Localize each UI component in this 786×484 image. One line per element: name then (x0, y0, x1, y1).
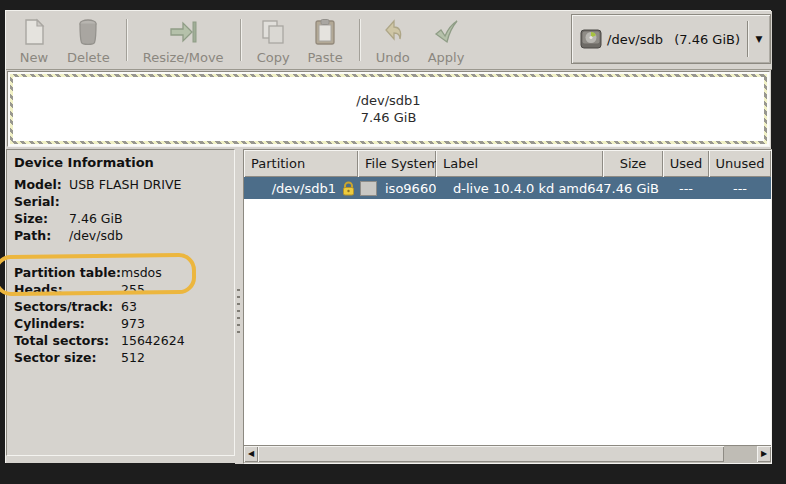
info-value: 15642624 (121, 332, 185, 349)
delete-button[interactable]: Delete (58, 13, 119, 67)
info-label: Size: (14, 210, 69, 227)
label-cell: d-live 10.4.0 kd amd64 (436, 177, 603, 199)
copy-button[interactable]: Copy (248, 13, 299, 67)
info-label: Sectors/track: (14, 298, 121, 315)
scrollbar-trough[interactable] (724, 446, 757, 463)
toolbar-separator (240, 19, 241, 61)
undo-icon (378, 17, 408, 47)
lock-cell (336, 177, 358, 199)
resize-move-icon (168, 17, 198, 47)
info-row-sector-size: Sector size: 512 (14, 349, 185, 366)
undo-button[interactable]: Undo (367, 13, 419, 67)
undo-button-label: Undo (376, 50, 410, 65)
info-value: msdos (121, 264, 162, 281)
info-value: /dev/sdb (69, 227, 123, 244)
scrollbar-thumb[interactable] (258, 446, 724, 462)
paste-icon (310, 17, 340, 47)
used-cell: --- (663, 177, 709, 199)
toolbar: New Delete Resize/Move Copy (6, 11, 772, 70)
partition-table-header: Partition File System Label Size Used Un… (244, 150, 771, 177)
column-header-label[interactable]: Label (436, 150, 603, 177)
info-row-sectors-track: Sectors/track: 63 (14, 298, 185, 315)
paste-button[interactable]: Paste (299, 13, 352, 67)
filesystem-name: iso9660 (385, 181, 436, 196)
info-value: 7.46 GiB (69, 210, 123, 227)
toolbar-separator (359, 19, 360, 61)
partition-list-panel: Partition File System Label Size Used Un… (243, 149, 772, 464)
info-label: Path: (14, 227, 69, 244)
info-value: USB FLASH DRIVE (69, 176, 181, 193)
new-button-label: New (20, 50, 48, 65)
info-label: Partition table: (14, 264, 121, 281)
unused-cell: --- (709, 177, 771, 199)
apply-icon (431, 17, 461, 47)
new-partition-icon (19, 17, 49, 47)
info-label: Cylinders: (14, 315, 121, 332)
delete-button-label: Delete (67, 50, 110, 65)
info-value: 63 (121, 298, 137, 315)
info-row-serial: Serial: (14, 193, 181, 210)
info-row-heads: Heads: 255 (14, 281, 185, 298)
hard-drive-icon (580, 29, 602, 49)
partition-rect-sdb1[interactable]: /dev/sdb1 7.46 GiB (10, 74, 767, 144)
chevron-down-icon[interactable]: ▼ (748, 34, 770, 44)
info-value: 512 (121, 349, 145, 366)
partition-rect-size: 7.46 GiB (361, 109, 417, 126)
filesystem-color-swatch (360, 181, 377, 196)
pane-splitter[interactable] (235, 149, 243, 464)
info-row-path: Path: /dev/sdb (14, 227, 181, 244)
selected-device: /dev/sdb (607, 32, 663, 47)
info-value: 255 (121, 281, 145, 298)
apply-button-label: Apply (428, 50, 465, 65)
info-row-size: Size: 7.46 GiB (14, 210, 181, 227)
info-row-total-sectors: Total sectors: 15642624 (14, 332, 185, 349)
info-label: Model: (14, 176, 69, 193)
info-label: Sector size: (14, 349, 121, 366)
info-row-model: Model: USB FLASH DRIVE (14, 176, 181, 193)
filesystem-cell: iso9660 (358, 177, 436, 199)
resize-move-button-label: Resize/Move (143, 50, 224, 65)
column-header-unused[interactable]: Unused (709, 150, 771, 177)
device-info-bottom-group: Partition table: msdos Heads: 255 Sector… (14, 264, 185, 366)
info-label: Serial: (14, 193, 69, 210)
splitter-grip-icon (237, 289, 240, 335)
copy-button-label: Copy (257, 50, 290, 65)
device-info-top-group: Model: USB FLASH DRIVE Serial: Size: 7.4… (14, 176, 181, 244)
partition-rect-name: /dev/sdb1 (356, 92, 420, 109)
copy-icon (258, 17, 288, 47)
column-header-size[interactable]: Size (603, 150, 663, 177)
partition-row-sdb1[interactable]: /dev/sdb1 iso9660 d-live 10.4.0 kd amd64… (244, 177, 771, 199)
info-value: 973 (121, 315, 145, 332)
selected-device-size: (7.46 GiB) (674, 32, 747, 47)
delete-icon (73, 17, 103, 47)
partition-name-cell: /dev/sdb1 (244, 177, 336, 199)
scroll-left-icon[interactable]: ◀ (244, 446, 258, 462)
lock-icon (341, 181, 356, 196)
partition-display: /dev/sdb1 7.46 GiB (7, 71, 770, 147)
info-row-cylinders: Cylinders: 973 (14, 315, 185, 332)
horizontal-scrollbar[interactable]: ◀ ▶ (244, 445, 771, 463)
device-information-panel: Device Information Model: USB FLASH DRIV… (6, 149, 235, 456)
resize-move-button[interactable]: Resize/Move (134, 13, 233, 67)
toolbar-separator (126, 19, 127, 61)
new-button[interactable]: New (10, 13, 58, 67)
info-label: Total sectors: (14, 332, 121, 349)
column-header-used[interactable]: Used (663, 150, 709, 177)
paste-button-label: Paste (308, 50, 343, 65)
column-header-filesystem[interactable]: File System (358, 150, 436, 177)
size-cell: 7.46 GiB (603, 177, 663, 199)
apply-button[interactable]: Apply (419, 13, 474, 67)
info-label: Heads: (14, 281, 121, 298)
info-row-partition-table: Partition table: msdos (14, 264, 185, 281)
device-information-title: Device Information (7, 150, 234, 170)
column-header-partition[interactable]: Partition (244, 150, 358, 177)
gparted-window: New Delete Resize/Move Copy (5, 10, 771, 463)
scroll-right-icon[interactable]: ▶ (757, 446, 771, 462)
device-selector[interactable]: /dev/sdb (7.46 GiB) ▼ (571, 14, 771, 64)
